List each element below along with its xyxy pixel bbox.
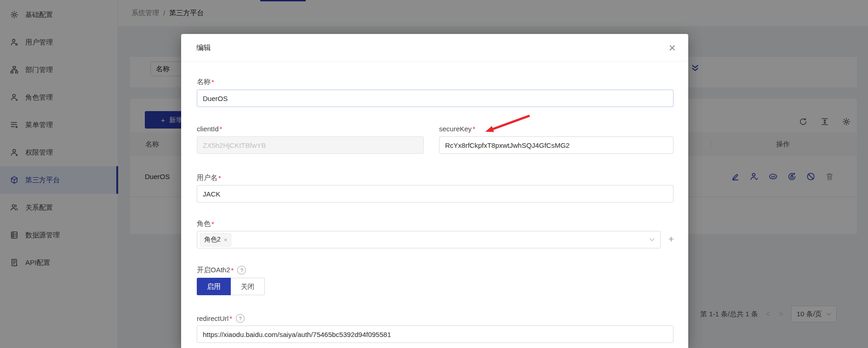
edit-dialog: 编辑 × 名称* clientId* secureKey* 用户名* 角色* 角… (181, 34, 688, 348)
role-select[interactable]: 角色2 × (197, 231, 661, 248)
oauth-disable-button[interactable]: 关闭 (231, 278, 265, 295)
annotation-arrow (475, 110, 540, 139)
help-icon[interactable]: ? (237, 266, 246, 275)
role-label: 角色* (197, 219, 214, 228)
secure-key-input[interactable] (439, 136, 674, 154)
role-tag-label: 角色2 (204, 236, 221, 244)
add-role-button[interactable]: + (665, 233, 678, 246)
required-mark: * (211, 220, 214, 228)
redirect-url-label: redirectUrl* ? (197, 314, 245, 323)
username-input[interactable] (197, 185, 674, 202)
help-icon[interactable]: ? (236, 314, 245, 323)
username-label: 用户名* (197, 174, 221, 182)
name-label: 名称* (197, 78, 214, 86)
required-mark: * (218, 174, 221, 182)
name-input[interactable] (197, 90, 674, 107)
client-id-input (197, 136, 424, 154)
dialog-title: 编辑 (196, 43, 211, 53)
remove-tag-icon[interactable]: × (224, 236, 228, 243)
dialog-header: 编辑 × (181, 34, 688, 62)
role-tag: 角色2 × (200, 233, 231, 247)
close-icon[interactable]: × (664, 39, 680, 56)
client-id-label: clientId* (197, 125, 222, 133)
redirect-url-input[interactable] (197, 326, 674, 343)
required-mark: * (229, 314, 232, 322)
required-mark: * (231, 266, 234, 274)
required-mark: * (473, 125, 475, 133)
oauth-enable-button[interactable]: 启用 (197, 278, 231, 295)
oauth-label: 开启OAth2* ? (197, 266, 246, 275)
chevron-down-icon (649, 238, 655, 241)
secure-key-label: secureKey* (439, 125, 475, 133)
oauth-toggle-group: 启用 关闭 (197, 278, 265, 295)
required-mark: * (220, 125, 223, 133)
required-mark: * (211, 78, 214, 86)
